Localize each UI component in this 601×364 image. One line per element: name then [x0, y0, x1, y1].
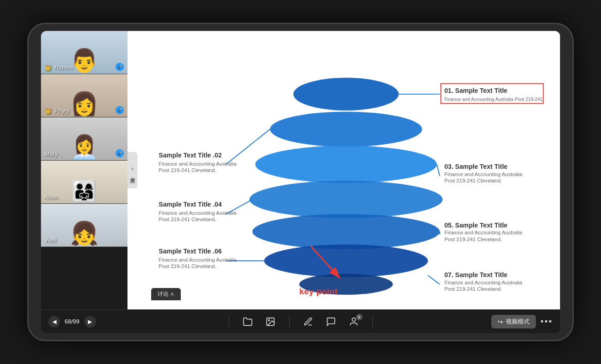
- device-screen: 👑 Ramos 🎤 👑 Phyty 🎤: [41, 31, 560, 333]
- svg-text:Post 219-241 Cleveland.: Post 219-241 Cleveland.: [159, 263, 217, 269]
- slide-content: Sample Text Title .02 Finance and Accoun…: [127, 31, 560, 309]
- svg-text:Post 219-241 Cleveland.: Post 219-241 Cleveland.: [159, 217, 217, 222]
- svg-point-39: [268, 319, 270, 321]
- svg-text:Sample Text Title .04: Sample Text Title .04: [159, 201, 222, 208]
- svg-text:Sample Text Title .02: Sample Text Title .02: [159, 152, 222, 159]
- participant-well[interactable]: Well: [41, 204, 127, 247]
- total-pages: 99: [73, 318, 79, 325]
- svg-text:Finance and Accounting Austral: Finance and Accounting Australia: [444, 230, 523, 235]
- mic-icon-mary: 🎤: [116, 149, 124, 157]
- svg-text:03. Sample Text Title: 03. Sample Text Title: [444, 163, 508, 170]
- divider-3: [372, 315, 373, 328]
- svg-text:Post 219-241 Cleveland.: Post 219-241 Cleveland.: [444, 237, 502, 242]
- participants-badge: 9: [356, 314, 362, 320]
- diagram-svg: Sample Text Title .02 Finance and Accoun…: [141, 40, 551, 300]
- svg-point-0: [293, 78, 398, 111]
- sidebar: 👑 Ramos 🎤 👑 Phyty 🎤: [41, 31, 127, 309]
- svg-text:Finance and Accounting Austral: Finance and Accounting Australia: [444, 172, 523, 177]
- video-mode-label: 视频模式: [506, 318, 530, 326]
- participant-name-well: Well: [45, 237, 56, 244]
- divider-2: [289, 315, 290, 328]
- svg-text:Finance and Accounting Austral: Finance and Accounting Australia: [159, 161, 237, 167]
- comment-button[interactable]: [324, 315, 338, 329]
- svg-text:Finance and Accounting Austral: Finance and Accounting Australia: [444, 280, 523, 285]
- pencil-button[interactable]: [301, 315, 315, 329]
- current-page: 68: [65, 318, 71, 325]
- main-content: 👑 Ramos 🎤 👑 Phyty 🎤: [41, 31, 560, 309]
- svg-text:Post 219-241 Cleveland.: Post 219-241 Cleveland.: [444, 178, 502, 183]
- svg-text:07. Sample Text Title: 07. Sample Text Title: [444, 271, 508, 278]
- svg-text:Finance and Accounting Austral: Finance and Accounting Australia Post 21…: [444, 97, 543, 102]
- discuss-label: 讨论 ∧: [158, 290, 174, 298]
- image-button[interactable]: [264, 315, 277, 329]
- device-frame: 👑 Ramos 🎤 👑 Phyty 🎤: [27, 23, 574, 341]
- toolbar-left: ◀ 68/99 ▶: [48, 316, 121, 328]
- collapse-sidebar-tab[interactable]: ‹ 坐席区: [127, 152, 138, 188]
- bottom-toolbar: ◀ 68/99 ▶: [41, 309, 560, 333]
- svg-text:Post 219-241 Cleveland.: Post 219-241 Cleveland.: [444, 286, 502, 292]
- svg-line-11: [437, 164, 439, 176]
- svg-point-1: [270, 111, 422, 147]
- discuss-button[interactable]: 讨论 ∧: [151, 288, 181, 300]
- folder-button[interactable]: [241, 315, 255, 329]
- svg-point-40: [352, 318, 355, 321]
- participant-name-allen: Allen: [45, 194, 58, 201]
- participant-name-ramos: 👑 Ramos: [45, 64, 73, 71]
- svg-point-4: [252, 214, 439, 249]
- mic-icon-phyty: 🎤: [116, 106, 124, 114]
- svg-text:Finance and Accounting Austral: Finance and Accounting Australia: [159, 257, 237, 263]
- svg-text:Post 219-241 Cleveland.: Post 219-241 Cleveland.: [159, 167, 217, 173]
- page-info: 68/99: [63, 318, 81, 325]
- slide-area: ‹ 坐席区: [127, 31, 560, 309]
- toolbar-center: 9: [121, 315, 480, 329]
- svg-line-13: [428, 275, 440, 284]
- participant-phyty[interactable]: 👑 Phyty 🎤: [41, 74, 127, 117]
- participant-name-phyty: 👑 Phyty: [45, 107, 69, 114]
- crown-icon-phyty: 👑: [45, 108, 51, 114]
- toolbar-right: ↪ 视频模式 •••: [480, 315, 553, 329]
- svg-text:Sample Text Title .06: Sample Text Title .06: [159, 248, 222, 255]
- svg-point-2: [255, 146, 437, 183]
- svg-text:05. Sample Text Title: 05. Sample Text Title: [444, 222, 508, 229]
- svg-point-5: [264, 244, 428, 277]
- participant-ramos[interactable]: 👑 Ramos 🎤: [41, 31, 127, 74]
- svg-text:key point: key point: [299, 287, 338, 296]
- svg-point-3: [250, 181, 443, 218]
- seating-label: 坐席区: [129, 173, 136, 176]
- more-options-button[interactable]: •••: [540, 316, 553, 327]
- crown-icon-ramos: 👑: [45, 65, 51, 71]
- participant-allen[interactable]: Allen: [41, 161, 127, 204]
- next-page-button[interactable]: ▶: [84, 316, 96, 328]
- participant-name-mary: Mary: [45, 151, 58, 157]
- more-label: •••: [540, 316, 553, 326]
- video-mode-button[interactable]: ↪ 视频模式: [491, 315, 536, 329]
- participants-button[interactable]: 9: [347, 315, 361, 329]
- svg-text:Finance and Accounting Austral: Finance and Accounting Australia: [159, 210, 237, 216]
- prev-page-button[interactable]: ◀: [48, 316, 60, 328]
- svg-text:01. Sample Text Title: 01. Sample Text Title: [444, 87, 508, 94]
- divider-1: [229, 315, 229, 328]
- mic-icon-ramos: 🎤: [116, 63, 124, 71]
- slide-inner: Sample Text Title .02 Finance and Accoun…: [141, 40, 551, 300]
- participant-mary[interactable]: Mary 🎤: [41, 117, 127, 161]
- video-mode-icon: ↪: [498, 318, 503, 325]
- collapse-arrow-icon: ‹: [132, 165, 134, 172]
